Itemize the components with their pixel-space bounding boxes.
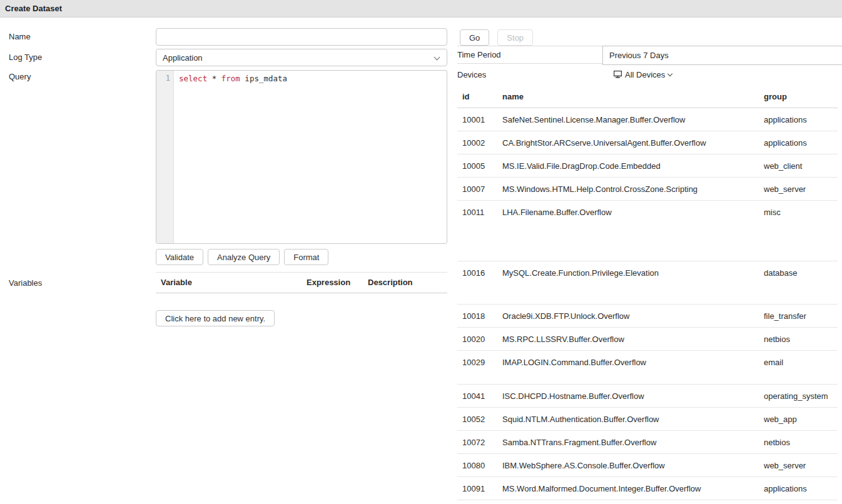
editor-gutter: 1: [156, 71, 174, 243]
cell-name: Samba.NTTrans.Fragment.Buffer.Overflow: [497, 431, 759, 454]
log-type-label: Log Type: [9, 49, 156, 66]
main-content: Name Log Type Application Query 1 select…: [0, 18, 842, 504]
variables-section: Variables Variable Expression Descriptio…: [9, 272, 447, 326]
chevron-down-icon: [667, 71, 672, 76]
cell-id: 10018: [457, 305, 497, 328]
query-row: Query 1 select * from ips_mdata: [9, 70, 447, 244]
time-period-row: Time Period Previous 7 Days: [457, 46, 842, 64]
cell-name: IBM.WebSphere.AS.Console.Buffer.Overflow: [497, 454, 759, 477]
name-input[interactable]: [156, 28, 447, 46]
time-period-select[interactable]: Previous 7 Days: [602, 46, 842, 65]
cell-id: 10029: [457, 351, 497, 385]
cell-group: operating_system: [759, 385, 838, 408]
cell-group: netbios: [759, 431, 838, 454]
cell-id: 10016: [457, 261, 497, 305]
chevron-down-icon: [434, 54, 440, 61]
col-header-id: id: [457, 85, 497, 108]
query-editor[interactable]: 1 select * from ips_mdata: [156, 70, 447, 244]
cell-id: 10020: [457, 328, 497, 351]
sql-text: *: [207, 74, 221, 83]
cell-group: web_server: [759, 178, 838, 201]
table-row: 10080IBM.WebSphere.AS.Console.Buffer.Ove…: [457, 454, 838, 477]
titlebar: Create Dataset: [0, 0, 842, 18]
sql-keyword: select: [179, 74, 207, 83]
cell-name: IMAP.LOGIN.Command.Buffer.Overflow: [497, 351, 759, 385]
time-period-value: Previous 7 Days: [609, 51, 669, 60]
cell-group: web_server: [759, 454, 838, 477]
table-row: 10007MS.Windows.HTML.Help.Control.CrossZ…: [457, 178, 838, 201]
results-table-body: 10001SafeNet.Sentinel.License.Manager.Bu…: [457, 108, 838, 500]
cell-group: netbios: [759, 328, 838, 351]
cell-group: database: [759, 261, 838, 305]
results-panel: Go Stop Time Period Previous 7 Days Devi…: [457, 18, 842, 504]
table-row: 10001SafeNet.Sentinel.License.Manager.Bu…: [457, 108, 838, 131]
variables-col-description: Description: [363, 278, 447, 287]
results-table: id name group 10001SafeNet.Sentinel.Lice…: [457, 85, 838, 500]
devices-icon: [614, 71, 622, 78]
table-row: 10011LHA.Filename.Buffer.Overflowmisc: [457, 201, 838, 261]
cell-name: MySQL.Create.Function.Privilege.Elevatio…: [497, 261, 759, 305]
format-button[interactable]: Format: [284, 249, 328, 265]
sql-keyword: from: [221, 74, 240, 83]
query-code[interactable]: select * from ips_mdata: [174, 71, 447, 243]
table-row: 10020MS.RPC.LLSSRV.Buffer.Overflownetbio…: [457, 328, 838, 351]
cell-name: MS.Word.Malformed.Document.Integer.Buffe…: [497, 477, 759, 500]
devices-row: Devices All Devices: [457, 64, 842, 85]
variables-col-expression: Expression: [307, 278, 363, 287]
query-actions-row: Validate Analyze Query Format: [9, 244, 447, 265]
cell-name: ISC.DHCPD.Hostname.Buffer.Overflow: [497, 385, 759, 408]
cell-name: CA.BrightStor.ARCserve.UniversalAgent.Bu…: [497, 131, 759, 154]
time-period-label: Time Period: [457, 50, 501, 59]
cell-id: 10011: [457, 201, 497, 261]
cell-name: MS.IE.Valid.File.DragDrop.Code.Embedded: [497, 154, 759, 178]
line-number: 1: [156, 74, 170, 83]
devices-value: All Devices: [625, 70, 665, 79]
table-row: 10005MS.IE.Valid.File.DragDrop.Code.Embe…: [457, 154, 838, 178]
results-header-row: id name group: [457, 85, 838, 108]
cell-group: applications: [759, 131, 838, 154]
cell-name: MS.RPC.LLSSRV.Buffer.Overflow: [497, 328, 759, 351]
cell-group: file_transfer: [759, 305, 838, 328]
cell-group: web_client: [759, 154, 838, 178]
sql-text: ips_mdata: [240, 74, 287, 83]
col-header-group: group: [759, 85, 838, 108]
page-title: Create Dataset: [5, 4, 62, 13]
cell-id: 10007: [457, 178, 497, 201]
cell-name: Squid.NTLM.Authentication.Buffer.Overflo…: [497, 408, 759, 431]
variables-col-variable: Variable: [156, 278, 307, 287]
stop-button: Stop: [497, 29, 533, 46]
table-row: 10018Oracle9i.XDB.FTP.Unlock.Overflowfil…: [457, 305, 838, 328]
cell-id: 10005: [457, 154, 497, 178]
cell-name: SafeNet.Sentinel.License.Manager.Buffer.…: [497, 108, 759, 131]
cell-group: applications: [759, 477, 838, 500]
table-row: 10029IMAP.LOGIN.Command.Buffer.Overflowe…: [457, 351, 838, 385]
cell-name: LHA.Filename.Buffer.Overflow: [497, 201, 759, 261]
query-label: Query: [9, 70, 156, 244]
cell-name: Oracle9i.XDB.FTP.Unlock.Overflow: [497, 305, 759, 328]
variables-header: Variable Expression Description: [156, 272, 447, 293]
add-entry-button[interactable]: Click here to add new entry.: [156, 310, 275, 326]
analyze-query-button[interactable]: Analyze Query: [208, 249, 280, 265]
table-row: 10041ISC.DHCPD.Hostname.Buffer.Overflowo…: [457, 385, 838, 408]
log-type-select[interactable]: Application: [156, 49, 447, 66]
cell-group: misc: [759, 201, 838, 261]
col-header-name: name: [497, 85, 759, 108]
cell-group: email: [759, 351, 838, 385]
table-row: 10072Samba.NTTrans.Fragment.Buffer.Overf…: [457, 431, 838, 454]
validate-button[interactable]: Validate: [156, 249, 203, 265]
name-row: Name: [9, 28, 447, 46]
cell-id: 10052: [457, 408, 497, 431]
devices-select[interactable]: All Devices: [614, 70, 672, 79]
cell-id: 10041: [457, 385, 497, 408]
cell-group: applications: [759, 108, 838, 131]
cell-name: MS.Windows.HTML.Help.Control.CrossZone.S…: [497, 178, 759, 201]
table-row: 10002CA.BrightStor.ARCserve.UniversalAge…: [457, 131, 838, 154]
cell-id: 10002: [457, 131, 497, 154]
table-row: 10052Squid.NTLM.Authentication.Buffer.Ov…: [457, 408, 838, 431]
spacer: [9, 244, 156, 265]
run-controls: Go Stop: [457, 29, 842, 46]
cell-id: 10091: [457, 477, 497, 500]
variables-label: Variables: [9, 272, 156, 326]
go-button[interactable]: Go: [460, 29, 489, 46]
cell-id: 10080: [457, 454, 497, 477]
